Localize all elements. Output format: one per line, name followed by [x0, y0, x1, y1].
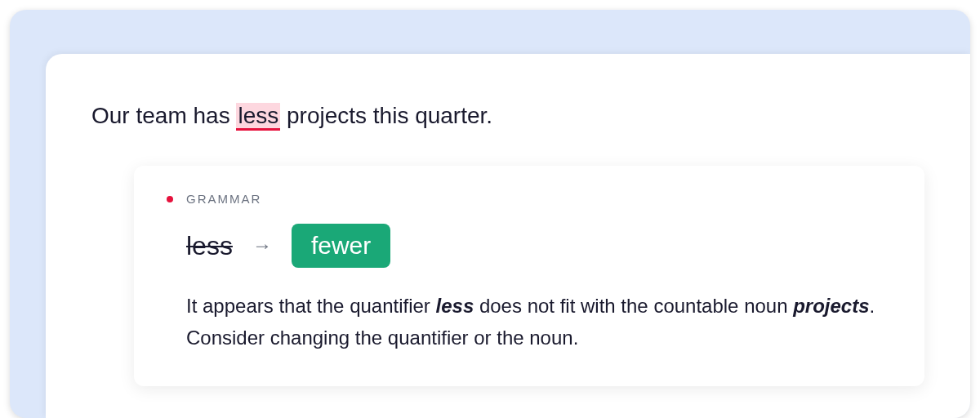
sentence-text: Our team has less projects this quarter. — [91, 100, 924, 131]
original-word: less — [186, 231, 233, 261]
arrow-right-icon: → — [252, 234, 272, 257]
category-label: GRAMMAR — [186, 192, 261, 206]
explanation-text: It appears that the quantifier less does… — [186, 291, 892, 354]
sentence-after: projects this quarter. — [280, 103, 492, 128]
category-dot-icon — [167, 196, 173, 202]
replacement-button[interactable]: fewer — [292, 224, 390, 268]
card-header: GRAMMAR — [167, 192, 892, 206]
explanation-em1: less — [436, 295, 474, 317]
flagged-word[interactable]: less — [236, 103, 280, 128]
outer-container: Our team has less projects this quarter.… — [10, 10, 970, 418]
explanation-part2: does not fit with the countable noun — [474, 295, 793, 317]
document-panel: Our team has less projects this quarter.… — [46, 54, 970, 418]
suggestion-card: GRAMMAR less → fewer It appears that the… — [134, 166, 924, 386]
sentence-before: Our team has — [91, 103, 236, 128]
explanation-part1: It appears that the quantifier — [186, 295, 436, 317]
correction-row: less → fewer — [186, 224, 892, 268]
explanation-em2: projects — [793, 295, 869, 317]
